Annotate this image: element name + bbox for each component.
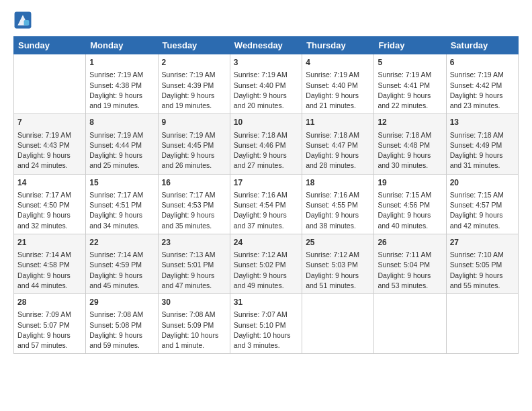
week-row-2: 7Sunrise: 7:19 AM Sunset: 4:43 PM Daylig… (14, 114, 519, 174)
logo (13, 11, 35, 30)
day-info: Sunrise: 7:14 AM Sunset: 4:58 PM Dayligh… (17, 250, 82, 291)
day-number: 31 (234, 297, 298, 308)
day-info: Sunrise: 7:17 AM Sunset: 4:53 PM Dayligh… (162, 190, 226, 231)
calendar-cell: 29Sunrise: 7:08 AM Sunset: 5:08 PM Dayli… (86, 294, 158, 354)
day-number: 22 (89, 237, 154, 248)
day-number: 6 (450, 57, 515, 68)
day-info: Sunrise: 7:15 AM Sunset: 4:56 PM Dayligh… (378, 190, 442, 231)
calendar-cell (374, 294, 446, 354)
calendar-cell (302, 294, 374, 354)
calendar-cell (14, 54, 86, 114)
calendar-cell: 6Sunrise: 7:19 AM Sunset: 4:42 PM Daylig… (446, 54, 518, 114)
day-info: Sunrise: 7:19 AM Sunset: 4:40 PM Dayligh… (234, 70, 298, 111)
week-row-5: 28Sunrise: 7:09 AM Sunset: 5:07 PM Dayli… (14, 294, 519, 354)
calendar-cell: 30Sunrise: 7:08 AM Sunset: 5:09 PM Dayli… (158, 294, 230, 354)
calendar-cell: 17Sunrise: 7:16 AM Sunset: 4:54 PM Dayli… (230, 174, 302, 234)
day-number: 28 (17, 297, 82, 308)
col-header-wednesday: Wednesday (230, 37, 302, 54)
col-header-tuesday: Tuesday (158, 37, 230, 54)
calendar-cell: 7Sunrise: 7:19 AM Sunset: 4:43 PM Daylig… (14, 114, 86, 174)
week-row-1: 1Sunrise: 7:19 AM Sunset: 4:38 PM Daylig… (14, 54, 519, 114)
calendar-cell (446, 294, 518, 354)
day-number: 8 (89, 117, 154, 128)
calendar-cell: 15Sunrise: 7:17 AM Sunset: 4:51 PM Dayli… (86, 174, 158, 234)
col-header-thursday: Thursday (302, 37, 374, 54)
day-info: Sunrise: 7:19 AM Sunset: 4:45 PM Dayligh… (162, 130, 226, 171)
calendar-header-row: SundayMondayTuesdayWednesdayThursdayFrid… (14, 37, 519, 54)
day-info: Sunrise: 7:19 AM Sunset: 4:42 PM Dayligh… (450, 70, 515, 111)
day-number: 12 (378, 117, 442, 128)
calendar-body: 1Sunrise: 7:19 AM Sunset: 4:38 PM Daylig… (14, 54, 519, 354)
col-header-sunday: Sunday (14, 37, 86, 54)
calendar-cell: 1Sunrise: 7:19 AM Sunset: 4:38 PM Daylig… (86, 54, 158, 114)
day-number: 26 (378, 237, 442, 248)
day-info: Sunrise: 7:14 AM Sunset: 4:59 PM Dayligh… (89, 250, 154, 291)
day-number: 15 (89, 177, 154, 189)
calendar-cell: 12Sunrise: 7:18 AM Sunset: 4:48 PM Dayli… (374, 114, 446, 174)
calendar-cell: 2Sunrise: 7:19 AM Sunset: 4:39 PM Daylig… (158, 54, 230, 114)
week-row-4: 21Sunrise: 7:14 AM Sunset: 4:58 PM Dayli… (14, 234, 519, 293)
calendar-cell: 28Sunrise: 7:09 AM Sunset: 5:07 PM Dayli… (14, 294, 86, 354)
calendar-cell: 25Sunrise: 7:12 AM Sunset: 5:03 PM Dayli… (302, 234, 374, 293)
day-number: 20 (450, 177, 515, 189)
day-info: Sunrise: 7:19 AM Sunset: 4:39 PM Dayligh… (162, 70, 226, 111)
svg-rect-2 (24, 20, 30, 26)
day-number: 2 (162, 57, 226, 68)
day-number: 11 (306, 117, 370, 128)
logo-icon (13, 11, 32, 30)
col-header-friday: Friday (374, 37, 446, 54)
day-info: Sunrise: 7:08 AM Sunset: 5:09 PM Dayligh… (162, 310, 226, 351)
day-info: Sunrise: 7:08 AM Sunset: 5:08 PM Dayligh… (89, 310, 154, 351)
calendar-table: SundayMondayTuesdayWednesdayThursdayFrid… (13, 36, 519, 354)
day-info: Sunrise: 7:16 AM Sunset: 4:54 PM Dayligh… (234, 190, 298, 231)
day-number: 24 (234, 237, 298, 248)
calendar-cell: 24Sunrise: 7:12 AM Sunset: 5:02 PM Dayli… (230, 234, 302, 293)
calendar-cell: 31Sunrise: 7:07 AM Sunset: 5:10 PM Dayli… (230, 294, 302, 354)
calendar-cell: 9Sunrise: 7:19 AM Sunset: 4:45 PM Daylig… (158, 114, 230, 174)
day-info: Sunrise: 7:19 AM Sunset: 4:38 PM Dayligh… (89, 70, 154, 111)
calendar-cell: 23Sunrise: 7:13 AM Sunset: 5:01 PM Dayli… (158, 234, 230, 293)
week-row-3: 14Sunrise: 7:17 AM Sunset: 4:50 PM Dayli… (14, 174, 519, 234)
day-info: Sunrise: 7:18 AM Sunset: 4:47 PM Dayligh… (306, 130, 370, 171)
calendar-cell: 18Sunrise: 7:16 AM Sunset: 4:55 PM Dayli… (302, 174, 374, 234)
day-info: Sunrise: 7:16 AM Sunset: 4:55 PM Dayligh… (306, 190, 370, 231)
day-info: Sunrise: 7:15 AM Sunset: 4:57 PM Dayligh… (450, 190, 515, 231)
day-number: 18 (306, 177, 370, 189)
day-number: 16 (162, 177, 226, 189)
calendar-cell: 22Sunrise: 7:14 AM Sunset: 4:59 PM Dayli… (86, 234, 158, 293)
calendar-cell: 16Sunrise: 7:17 AM Sunset: 4:53 PM Dayli… (158, 174, 230, 234)
day-number: 3 (234, 57, 298, 68)
col-header-monday: Monday (86, 37, 158, 54)
day-info: Sunrise: 7:18 AM Sunset: 4:49 PM Dayligh… (450, 130, 515, 171)
calendar-cell: 5Sunrise: 7:19 AM Sunset: 4:41 PM Daylig… (374, 54, 446, 114)
day-number: 19 (378, 177, 442, 189)
day-number: 25 (306, 237, 370, 248)
calendar-cell: 13Sunrise: 7:18 AM Sunset: 4:49 PM Dayli… (446, 114, 518, 174)
day-info: Sunrise: 7:09 AM Sunset: 5:07 PM Dayligh… (17, 310, 82, 351)
day-info: Sunrise: 7:12 AM Sunset: 5:02 PM Dayligh… (234, 250, 298, 291)
calendar-cell: 3Sunrise: 7:19 AM Sunset: 4:40 PM Daylig… (230, 54, 302, 114)
day-number: 5 (378, 57, 442, 68)
day-number: 30 (162, 297, 226, 308)
calendar-cell: 8Sunrise: 7:19 AM Sunset: 4:44 PM Daylig… (86, 114, 158, 174)
day-number: 4 (306, 57, 370, 68)
day-info: Sunrise: 7:18 AM Sunset: 4:48 PM Dayligh… (378, 130, 442, 171)
day-info: Sunrise: 7:07 AM Sunset: 5:10 PM Dayligh… (234, 310, 298, 351)
day-info: Sunrise: 7:19 AM Sunset: 4:43 PM Dayligh… (17, 130, 82, 171)
calendar-cell: 14Sunrise: 7:17 AM Sunset: 4:50 PM Dayli… (14, 174, 86, 234)
day-info: Sunrise: 7:12 AM Sunset: 5:03 PM Dayligh… (306, 250, 370, 291)
calendar-cell: 19Sunrise: 7:15 AM Sunset: 4:56 PM Dayli… (374, 174, 446, 234)
day-number: 1 (89, 57, 154, 68)
page-header (13, 11, 519, 30)
day-info: Sunrise: 7:19 AM Sunset: 4:44 PM Dayligh… (89, 130, 154, 171)
day-number: 29 (89, 297, 154, 308)
day-info: Sunrise: 7:11 AM Sunset: 5:04 PM Dayligh… (378, 250, 442, 291)
day-number: 7 (17, 117, 82, 128)
day-info: Sunrise: 7:17 AM Sunset: 4:51 PM Dayligh… (89, 190, 154, 231)
day-info: Sunrise: 7:17 AM Sunset: 4:50 PM Dayligh… (17, 190, 82, 231)
calendar-cell: 27Sunrise: 7:10 AM Sunset: 5:05 PM Dayli… (446, 234, 518, 293)
day-info: Sunrise: 7:18 AM Sunset: 4:46 PM Dayligh… (234, 130, 298, 171)
day-info: Sunrise: 7:10 AM Sunset: 5:05 PM Dayligh… (450, 250, 515, 291)
calendar-cell: 26Sunrise: 7:11 AM Sunset: 5:04 PM Dayli… (374, 234, 446, 293)
day-info: Sunrise: 7:19 AM Sunset: 4:41 PM Dayligh… (378, 70, 442, 111)
